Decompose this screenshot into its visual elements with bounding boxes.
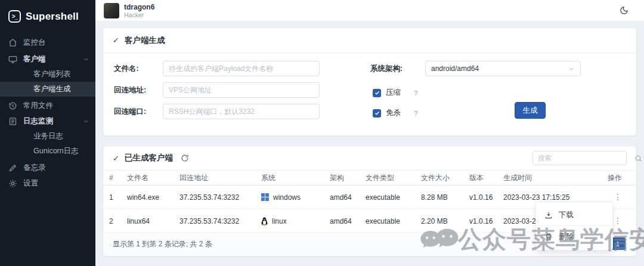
user-menu[interactable]: tdragon6 Hacker [104,3,154,18]
col-actions: 操作 [600,173,630,183]
callback-port-label: 回连端口: [114,104,146,119]
cell-index: 2 [109,217,127,225]
help-icon[interactable]: ? [414,89,417,97]
row-actions-button[interactable]: ⋮ [614,216,622,225]
chevron-down-icon [83,56,89,63]
sidebar-item-log-monitor[interactable]: 日志监测 [0,113,95,129]
help-icon[interactable]: ? [414,110,417,117]
cell-version: v1.0.16 [469,217,503,225]
callback-address-label: 回连地址: [114,82,146,98]
sidebar-item-client-generate[interactable]: 客户端生成 [0,82,95,97]
row-actions-menu: 下载 删除 [535,202,613,250]
download-icon [544,211,553,219]
row-actions-button[interactable]: ⋮ [614,193,622,201]
sidebar-item-label: 设置 [23,178,38,188]
cell-filetype: executable [366,193,421,202]
sidebar-item-label: 客户端列表 [33,69,71,79]
col-os: 系统 [261,173,330,183]
table-search [532,151,627,165]
col-index: # [109,174,127,182]
arch-select[interactable]: android/amd64 [425,61,581,76]
cell-time: 2023-03-23 17:15:25 [503,193,600,202]
col-version: 版本 [469,173,503,183]
app-title: Supershell [26,11,79,23]
arch-select-value: android/amd64 [431,64,479,73]
cell-index: 1 [109,193,127,202]
sidebar-item-business-log[interactable]: 业务日志 [0,129,95,144]
menu-item-label: 下载 [559,210,574,220]
generate-button[interactable]: 生成 [515,102,546,119]
user-role: Hacker [124,11,154,18]
col-filename: 文件名 [127,173,179,183]
monitor-icon [8,55,17,64]
cell-os: linux [261,217,330,225]
filename-input[interactable] [163,61,320,76]
col-filesize: 文件大小 [421,173,469,183]
sidebar-item-label: 常用文件 [23,101,53,111]
col-time: 生成时间 [503,173,600,183]
sidebar-item-gunicorn-log[interactable]: Gunicorn日志 [0,144,95,159]
avatar [104,3,119,18]
callback-port-input[interactable] [163,104,320,119]
arch-label: 系统架构: [370,61,402,76]
sidebar: >_ Supershell 监控台 客户端 客户端列表 客户端生成 常用文件 日… [0,0,95,266]
sidebar-item-memo[interactable]: 备忘录 [0,160,95,175]
chevron-down-icon [568,66,575,72]
trash-icon [544,233,553,241]
sidebar-item-settings[interactable]: 设置 [0,175,95,191]
app-logo: >_ Supershell [0,0,95,26]
pencil-icon [8,163,17,172]
home-icon [8,38,17,47]
sidebar-item-client-list[interactable]: 客户端列表 [0,67,95,82]
gear-icon [8,179,17,188]
cell-os: windows [261,193,330,202]
sidebar-item-clients[interactable]: 客户端 [0,51,95,67]
col-address: 回连地址 [179,173,261,183]
client-generate-card: ✓ 客户端生成 文件名: 回连地址: 回连端口: 系统架构: android/a… [103,27,637,136]
cell-arch: amd64 [330,217,366,225]
sidebar-item-label: 备忘录 [23,163,46,173]
history-icon [8,101,17,110]
sidebar-item-label: 业务日志 [33,131,63,141]
linux-icon [261,217,268,225]
sidebar-item-dashboard[interactable]: 监控台 [0,35,95,50]
checkbox-checked-icon [373,89,381,97]
record-count: 显示第 1 到第 2 条记录; 共 2 条 [113,239,212,249]
refresh-icon[interactable] [181,154,189,162]
card-header: ✓ 客户端生成 [103,28,636,53]
sidebar-item-label: 客户端 [23,54,46,64]
sidebar-item-label: 监控台 [23,38,46,48]
cell-arch: amd64 [330,193,366,202]
menu-item-label: 删除 [559,232,574,242]
os-label: windows [273,193,301,202]
card-header: ✓ 已生成客户端 [103,146,636,170]
col-arch: 架构 [330,173,366,183]
checkbox-checked-icon [373,109,381,117]
search-icon [634,154,642,162]
cell-address: 37.235.53.74:3232 [179,217,261,225]
menu-item-download[interactable]: 下载 [536,205,612,226]
compress-checkbox[interactable]: 压缩 ? [373,88,417,98]
top-header: tdragon6 Hacker [95,0,644,21]
evade-checkbox[interactable]: 免杀 ? [373,108,417,118]
cell-filesize: 2.20 MB [421,217,469,225]
search-input[interactable] [533,154,634,162]
dark-mode-toggle[interactable] [620,6,628,15]
card-title: 已生成客户端 [125,153,173,163]
sidebar-menu: 监控台 客户端 客户端列表 客户端生成 常用文件 日志监测 业务日志 Gunic… [0,35,95,191]
menu-item-delete[interactable]: 删除 [536,226,612,248]
card-title: 客户端生成 [125,35,165,46]
compress-label: 压缩 [386,88,401,98]
callback-address-input[interactable] [163,82,320,98]
sidebar-item-common-files[interactable]: 常用文件 [0,98,95,113]
check-icon: ✓ [113,36,119,45]
col-filetype: 文件类型 [366,173,421,183]
chevron-down-icon [83,118,89,125]
log-icon [8,117,17,126]
os-label: linux [272,217,287,225]
evade-label: 免杀 [386,108,401,118]
cell-address: 37.235.53.74:3232 [179,193,261,202]
sidebar-item-label: 客户端生成 [33,84,71,94]
cell-filesize: 8.28 MB [421,193,469,202]
sidebar-item-label: Gunicorn日志 [33,146,79,156]
